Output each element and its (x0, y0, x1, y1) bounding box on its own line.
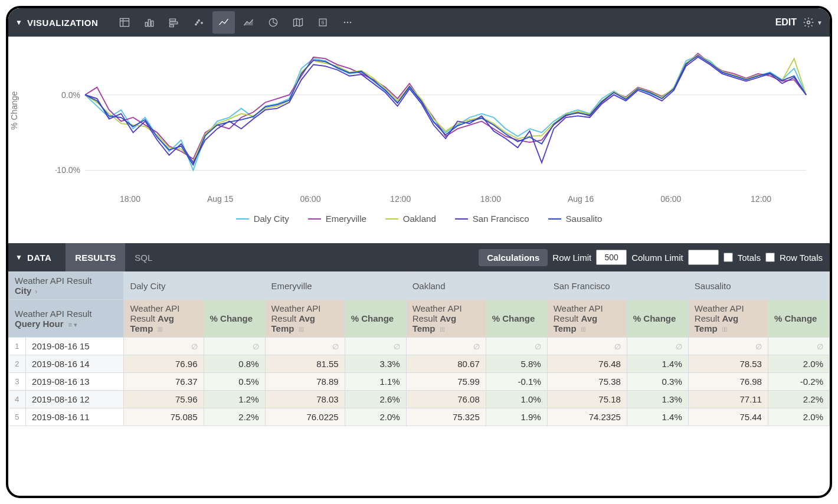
value-cell[interactable]: 76.08 (406, 391, 486, 408)
viz-type-line-icon[interactable] (212, 11, 235, 34)
value-cell[interactable]: 2.6% (345, 391, 406, 408)
measure-header[interactable]: Weather API Result Avg Temp 👁̸ (406, 300, 486, 338)
value-cell[interactable]: ∅ (124, 338, 204, 355)
dimension-cell[interactable]: 2019-08-16 13 (26, 373, 124, 391)
city-header[interactable]: Oakland (406, 272, 547, 300)
legend-item[interactable]: Daly City (236, 214, 289, 224)
edit-button[interactable]: EDIT (775, 17, 797, 28)
viz-type-area-icon[interactable] (237, 11, 260, 34)
city-header[interactable]: San Francisco (547, 272, 688, 300)
dimension-cell[interactable]: 2019-08-16 14 (26, 355, 124, 373)
dimension-cell[interactable]: 2019-08-16 15 (26, 338, 124, 355)
value-cell[interactable]: 1.3% (627, 391, 688, 408)
calc-header[interactable]: % Change (486, 300, 547, 338)
value-cell[interactable]: 2.0% (345, 408, 406, 426)
viz-type-singlevalue-icon[interactable]: 6 (312, 11, 334, 34)
calc-header[interactable]: % Change (768, 300, 829, 338)
tab-sql[interactable]: SQL (125, 243, 162, 271)
value-cell[interactable]: 0.3% (627, 373, 688, 391)
value-cell[interactable]: 81.55 (265, 355, 345, 373)
viz-collapse-caret[interactable]: ▼ (15, 18, 22, 27)
viz-settings-gear-icon[interactable]: ▼ (803, 17, 823, 28)
value-cell[interactable]: 1.4% (627, 408, 688, 426)
value-cell[interactable]: 2.0% (768, 355, 829, 373)
value-cell[interactable]: ∅ (345, 338, 406, 355)
value-cell[interactable]: 1.2% (204, 391, 265, 408)
value-cell[interactable]: 75.18 (547, 391, 627, 408)
value-cell[interactable]: 2.2% (768, 391, 829, 408)
totals-checkbox[interactable] (724, 253, 733, 262)
viz-type-bar-icon[interactable] (163, 11, 185, 34)
value-cell[interactable]: 5.8% (486, 355, 547, 373)
viz-type-scatter-icon[interactable] (188, 11, 210, 34)
value-cell[interactable]: 75.38 (547, 373, 627, 391)
value-cell[interactable]: 2.0% (768, 408, 829, 426)
value-cell[interactable]: 75.325 (406, 408, 486, 426)
svg-rect-3 (146, 22, 148, 27)
city-header[interactable]: Emeryville (265, 272, 406, 300)
value-cell[interactable]: ∅ (265, 338, 345, 355)
row-limit-input[interactable] (596, 250, 627, 265)
value-cell[interactable]: ∅ (547, 338, 627, 355)
calculations-button[interactable]: Calculations (479, 249, 548, 266)
dimension-cell[interactable]: 2019-08-16 11 (26, 408, 124, 426)
value-cell[interactable]: 1.4% (627, 355, 688, 373)
value-cell[interactable]: ∅ (627, 338, 688, 355)
value-cell[interactable]: 75.44 (688, 408, 768, 426)
row-totals-checkbox[interactable] (765, 253, 775, 262)
value-cell[interactable]: 78.03 (265, 391, 345, 408)
value-cell[interactable]: 2.2% (204, 408, 265, 426)
value-cell[interactable]: 74.2325 (547, 408, 627, 426)
value-cell[interactable]: ∅ (406, 338, 486, 355)
value-cell[interactable]: 75.99 (406, 373, 486, 391)
value-cell[interactable]: 0.5% (204, 373, 265, 391)
viz-type-more-icon[interactable] (336, 11, 359, 34)
line-chart[interactable]: 0.0%-10.0%18:00Aug 1506:0012:0018:00Aug … (55, 44, 812, 209)
value-cell[interactable]: -0.1% (486, 373, 547, 391)
viz-type-column-icon[interactable] (138, 11, 161, 34)
value-cell[interactable]: 1.9% (486, 408, 547, 426)
calc-header[interactable]: % Change (627, 300, 688, 338)
col-limit-input[interactable] (688, 250, 719, 265)
calc-header[interactable]: % Change (345, 300, 406, 338)
value-cell[interactable]: ∅ (204, 338, 265, 355)
value-cell[interactable]: 0.8% (204, 355, 265, 373)
measure-header[interactable]: Weather API Result Avg Temp 👁̸ (265, 300, 345, 338)
value-cell[interactable]: -0.2% (768, 373, 829, 391)
value-cell[interactable]: 75.085 (124, 408, 204, 426)
value-cell[interactable]: ∅ (688, 338, 768, 355)
tab-results[interactable]: RESULTS (66, 243, 125, 271)
legend-item[interactable]: Oakland (385, 214, 436, 224)
value-cell[interactable]: 3.3% (345, 355, 406, 373)
value-cell[interactable]: 77.11 (688, 391, 768, 408)
value-cell[interactable]: 76.98 (688, 373, 768, 391)
value-cell[interactable]: 1.1% (345, 373, 406, 391)
pivot-header[interactable]: Weather API ResultCity› (9, 272, 124, 300)
viz-type-table-icon[interactable] (113, 11, 136, 34)
value-cell[interactable]: 76.48 (547, 355, 627, 373)
value-cell[interactable]: 76.37 (124, 373, 204, 391)
measure-header[interactable]: Weather API Result Avg Temp 👁̸ (547, 300, 627, 338)
city-header[interactable]: Daly City (124, 272, 265, 300)
value-cell[interactable]: 1.0% (486, 391, 547, 408)
dimension-cell[interactable]: 2019-08-16 12 (26, 391, 124, 408)
value-cell[interactable]: 76.0225 (265, 408, 345, 426)
data-collapse-caret[interactable]: ▼ (15, 253, 22, 261)
city-header[interactable]: Sausalito (688, 272, 829, 300)
legend-item[interactable]: Emeryville (308, 214, 366, 224)
value-cell[interactable]: ∅ (486, 338, 547, 355)
value-cell[interactable]: 78.53 (688, 355, 768, 373)
calc-header[interactable]: % Change (204, 300, 265, 338)
value-cell[interactable]: ∅ (768, 338, 829, 355)
viz-type-map-icon[interactable] (287, 11, 309, 34)
legend-item[interactable]: San Francisco (455, 214, 529, 224)
legend-item[interactable]: Sausalito (548, 214, 603, 224)
value-cell[interactable]: 80.67 (406, 355, 486, 373)
measure-header[interactable]: Weather API Result Avg Temp 👁̸ (124, 300, 204, 338)
value-cell[interactable]: 75.96 (124, 391, 204, 408)
measure-header[interactable]: Weather API Result Avg Temp 👁̸ (688, 300, 768, 338)
value-cell[interactable]: 78.89 (265, 373, 345, 391)
value-cell[interactable]: 76.96 (124, 355, 204, 373)
viz-type-pie-icon[interactable] (262, 11, 284, 34)
dimension-header[interactable]: Weather API Result Query Hour ≡ ▾ (9, 300, 124, 338)
